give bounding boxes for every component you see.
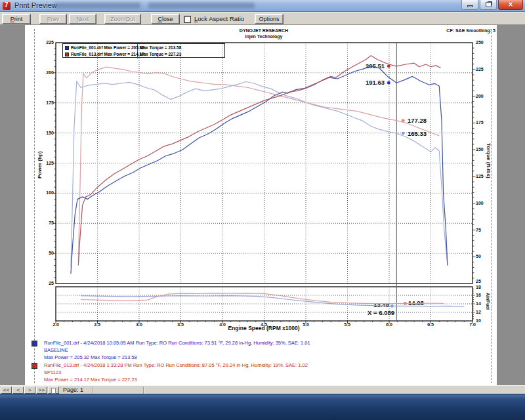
x-tick: 2.5: [91, 322, 104, 327]
legend-text: RunFile_013.drf Max Power = 214.17: [71, 52, 144, 56]
power-axis-title: Power (hp): [37, 152, 43, 178]
x-tick: 6.0: [383, 322, 396, 327]
lock-aspect-checkbox[interactable]: [184, 16, 191, 23]
legend-file: RunFile_001.drf: [71, 45, 103, 50]
cursor-value-af-blue: 13.48: [359, 301, 389, 308]
label: ock Aspect Ratio: [198, 15, 244, 22]
zoom-out-button: Zoom Out: [104, 14, 141, 24]
x-tick: 7.0: [466, 322, 479, 327]
prev-button: Prev: [39, 14, 67, 24]
y-tick-right: 225: [476, 67, 484, 72]
maximize-icon: [486, 2, 492, 7]
status-separator: [92, 387, 93, 394]
af-tick: 16: [476, 293, 481, 297]
y-tick-right: 125: [476, 174, 484, 178]
x-tick: 3.0: [133, 322, 146, 327]
options-button[interactable]: Options: [255, 14, 284, 24]
print-button[interactable]: Print: [2, 14, 31, 24]
y-tick-left: 100: [39, 190, 54, 195]
last-page-button[interactable]: >>: [36, 387, 47, 394]
run-info-line: RunFile_001.drf - 4/24/2018 10:05:05 AM …: [44, 340, 310, 346]
page-number-label: Page: 1: [63, 387, 83, 393]
redacted-title-text: [54, 3, 140, 9]
cursor-value-torque-blue: 165.33: [408, 130, 427, 137]
legend-torque: Max Torque = 227.23: [140, 52, 181, 56]
legend-text: RunFile_001.drf Max Power = 205.32: [71, 45, 144, 50]
x-tick: 3.5: [174, 322, 187, 327]
lock-aspect-label: Lock Aspect Ratio: [194, 15, 244, 22]
x-tick: 5.5: [341, 322, 354, 327]
app-icon: [3, 2, 10, 10]
legend-power: Max Power = 214.17: [104, 52, 144, 56]
torque-axis-title: Torque (ft-lbs): [486, 143, 492, 178]
status-separator: [143, 387, 144, 394]
page-margin-guide: [491, 29, 492, 383]
minimize-icon: [467, 5, 473, 7]
run-info-name: SP1123: [44, 369, 61, 375]
taskbar: e 7 ▲ 10:50 AM 7/3/: [0, 394, 525, 420]
legend-swatch-red: [65, 52, 69, 56]
legend-swatch-blue: [65, 46, 69, 50]
y-tick-left: 150: [39, 131, 54, 135]
legend-file: RunFile_013.drf: [71, 52, 103, 56]
label: Options: [259, 16, 279, 22]
y-tick-right: 250: [476, 40, 484, 45]
next-page-button[interactable]: >: [24, 387, 35, 394]
y-tick-left: 25: [39, 281, 54, 285]
y-tick-right: 100: [476, 201, 484, 205]
y-tick-right: 75: [476, 228, 481, 232]
y-tick-right: 50: [476, 254, 481, 259]
label: lose: [162, 16, 173, 22]
y-tick-right: 200: [476, 94, 484, 98]
cursor-x-label: X = 6.089: [358, 309, 394, 316]
cursor-value-power-blue: 191.63: [354, 79, 385, 86]
run-swatch-red: [32, 363, 37, 369]
dyno-header-company: DYNOJET RESEARCH: [185, 28, 343, 33]
cursor-value-af-red: 14.08: [408, 299, 424, 306]
x-axis-title: Engine Speed (RPM x1000): [192, 325, 336, 331]
legend-row: RunFile_001.drf Max Power = 205.32 Max T…: [63, 45, 224, 51]
next-button: Next: [69, 14, 96, 24]
screen: Print Preview × Print Prev Next Zoom Out…: [0, 0, 525, 420]
y-tick-left: 50: [39, 251, 54, 255]
label: O: [125, 16, 130, 22]
y-tick-right: 25: [476, 279, 481, 284]
status-bar: << < > >> Page: 1: [0, 385, 525, 394]
maximize-button[interactable]: [480, 0, 497, 10]
first-page-button[interactable]: <<: [1, 387, 12, 394]
x-tick: 2.0: [49, 322, 62, 327]
label: rint: [14, 16, 23, 22]
legend-row: RunFile_013.drf Max Power = 214.17 Max T…: [63, 51, 224, 58]
y-tick-right: 175: [476, 120, 484, 125]
af-axis-title: Air/Fuel: [486, 293, 490, 310]
y-tick-left: 200: [39, 70, 54, 75]
label: Zoom: [110, 16, 125, 22]
page-margin-guide: [34, 29, 35, 383]
title-bar: Print Preview ×: [0, 0, 525, 12]
y-tick-left: 75: [39, 220, 54, 225]
redacted-title-text: [148, 3, 255, 9]
label: ut: [130, 16, 135, 22]
prev-page-button[interactable]: <: [12, 387, 24, 394]
af-tick: 14: [476, 301, 481, 306]
run-info-max: Max Power = 214.17 Max Torque = 227.23: [44, 377, 137, 383]
label: ext: [81, 16, 89, 22]
run-swatch-blue: [32, 341, 37, 346]
legend-power: Max Power = 205.32: [104, 45, 144, 50]
window-title: Print Preview: [14, 1, 57, 9]
close-preview-button[interactable]: Close: [151, 14, 180, 24]
correction-smoothing-label: CF: SAE Smoothing: 5: [394, 28, 495, 33]
legend-torque: Max Torque = 213.58: [140, 45, 181, 50]
page-icon: [51, 388, 56, 394]
af-tick: 12: [476, 310, 481, 314]
toolbar: Print Prev Next Zoom Out Close Lock Aspe…: [0, 12, 525, 25]
minimize-button[interactable]: [461, 0, 478, 10]
y-tick-left: 225: [39, 40, 54, 45]
run-info-line: RunFile_013.drf - 4/24/2018 1:33:28 PM R…: [44, 362, 308, 368]
close-window-button[interactable]: ×: [498, 0, 523, 10]
cursor-value-power-red: 205.51: [354, 62, 385, 70]
run-info-max: Max Power = 205.32 Max Torque = 213.58: [44, 354, 137, 360]
y-tick-left: 175: [39, 100, 54, 105]
x-tick: 6.5: [424, 322, 437, 327]
page-setup-button[interactable]: [48, 387, 59, 394]
